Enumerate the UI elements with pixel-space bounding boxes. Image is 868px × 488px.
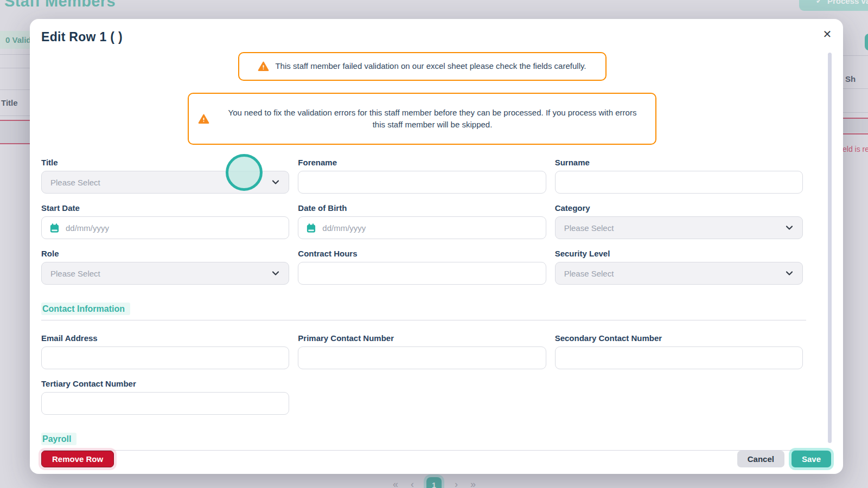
cancel-button[interactable]: Cancel	[737, 451, 784, 467]
warning-text: You need to fix the validation errors fo…	[209, 107, 655, 131]
warnings-container: This staff member failed validation on o…	[41, 52, 803, 145]
field-secondary-contact-number: Secondary Contact Number	[555, 333, 803, 369]
field-title: TitlePlease Select	[41, 158, 289, 194]
remove-row-button[interactable]: Remove Row	[41, 451, 114, 467]
input-surname[interactable]	[555, 171, 803, 194]
select-placeholder: Please Select	[50, 178, 100, 187]
chevron-down-icon	[271, 269, 280, 278]
field-label: Tertiary Contact Number	[41, 379, 289, 389]
field-email-address: Email Address	[41, 333, 289, 369]
select-category[interactable]: Please Select	[555, 216, 803, 239]
field-label: Surname	[555, 158, 803, 168]
date-input-date-of-birth[interactable]: dd/mm/yyyy	[298, 216, 546, 239]
field-role: RolePlease Select	[41, 249, 289, 285]
field-label: Security Level	[555, 249, 803, 259]
warning-triangle-icon	[198, 113, 209, 125]
section-heading-contact-information: Contact Information	[41, 303, 130, 315]
input-contract-hours[interactable]	[298, 262, 546, 285]
field-label: Role	[41, 249, 289, 259]
date-placeholder: dd/mm/yyyy	[66, 223, 109, 233]
field-security-level: Security LevelPlease Select	[555, 249, 803, 285]
field-label: Email Address	[41, 333, 289, 343]
input-forename[interactable]	[298, 171, 546, 194]
field-start-date: Start Datedd/mm/yyyy	[41, 203, 289, 239]
field-tertiary-contact-number: Tertiary Contact Number	[41, 379, 289, 415]
field-label: Primary Contact Number	[298, 333, 546, 343]
chevron-down-icon	[785, 269, 794, 278]
field-primary-contact-number: Primary Contact Number	[298, 333, 546, 369]
select-role[interactable]: Please Select	[41, 262, 289, 285]
select-placeholder: Please Select	[564, 269, 614, 278]
warning-triangle-icon	[258, 61, 269, 72]
field-label: Secondary Contact Number	[555, 333, 803, 343]
field-contract-hours: Contract Hours	[298, 249, 546, 285]
field-label: Contract Hours	[298, 249, 546, 259]
field-label: Forename	[298, 158, 546, 168]
select-placeholder: Please Select	[564, 223, 614, 233]
chevron-down-icon	[271, 178, 280, 187]
calendar-icon	[306, 223, 316, 233]
field-label: Date of Birth	[298, 203, 546, 213]
field-date-of-birth: Date of Birthdd/mm/yyyy	[298, 203, 546, 239]
field-forename: Forename	[298, 158, 546, 194]
validation-warning: You need to fix the validation errors fo…	[188, 93, 656, 145]
input-secondary-contact-number[interactable]	[555, 346, 803, 369]
chevron-down-icon	[785, 223, 794, 232]
input-tertiary-contact-number[interactable]	[41, 392, 289, 415]
field-label: Title	[41, 158, 289, 168]
edit-row-modal: ✕ Edit Row 1 ( ) This staff member faile…	[30, 19, 843, 474]
field-label: Start Date	[41, 203, 289, 213]
field-category: CategoryPlease Select	[555, 203, 803, 239]
modal-footer: Remove Row Cancel Save	[41, 451, 831, 467]
modal-title: Edit Row 1 ( )	[41, 30, 803, 44]
validation-warning: This staff member failed validation on o…	[238, 52, 607, 81]
select-placeholder: Please Select	[50, 269, 100, 278]
input-primary-contact-number[interactable]	[298, 346, 546, 369]
date-input-start-date[interactable]: dd/mm/yyyy	[41, 216, 289, 239]
section-heading-payroll: Payroll	[41, 433, 76, 445]
save-button[interactable]: Save	[792, 451, 831, 467]
input-email-address[interactable]	[41, 346, 289, 369]
date-placeholder: dd/mm/yyyy	[322, 223, 366, 233]
calendar-icon	[49, 223, 60, 233]
field-label: Category	[555, 203, 803, 213]
form-sections: TitlePlease SelectForenameSurnameStart D…	[41, 158, 803, 451]
section-divider	[41, 320, 806, 320]
warning-text: This staff member failed validation on o…	[275, 60, 586, 73]
select-security-level[interactable]: Please Select	[555, 262, 803, 285]
select-title[interactable]: Please Select	[41, 171, 289, 194]
field-surname: Surname	[555, 158, 803, 194]
